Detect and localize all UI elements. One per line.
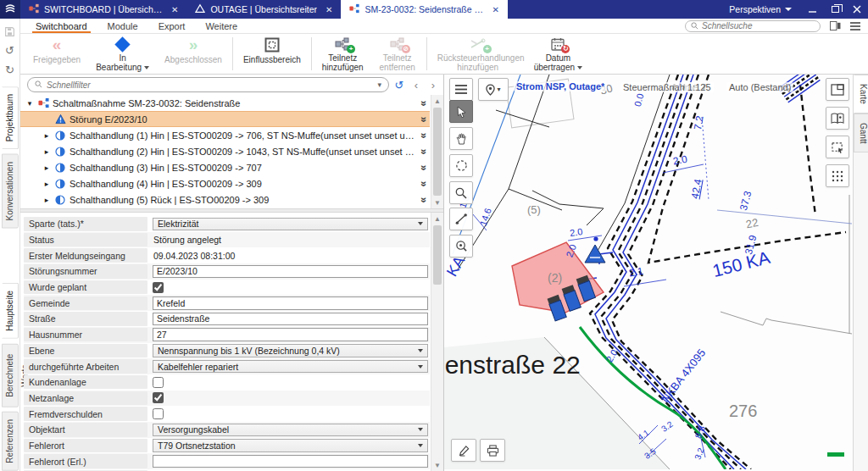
sidebar-tab-berechnete-werte[interactable]: Berechnete Werte [2, 344, 19, 407]
wurde-geplant-checkbox[interactable] [153, 282, 164, 293]
ebene-select[interactable]: Nennspannung bis 1 kV (Bezeichnung 0,4 k… [153, 344, 428, 357]
expander-icon[interactable]: ▸ [42, 131, 51, 140]
scroll-thumb[interactable] [433, 108, 442, 196]
map-view[interactable]: 30 0.0 (5) 14.6 1.0 7.2 2.0 42.4 37.3 22… [444, 75, 853, 471]
scroll-down-icon[interactable]: ▼ [431, 459, 443, 471]
perspectives-menu[interactable]: Perspektiven [719, 0, 802, 19]
close-tab-icon[interactable]: ✕ [171, 5, 178, 14]
window-tab-sm-23-0032[interactable]: SM-23-0032: Seidenstraße | Sc... ✕ [341, 0, 507, 19]
netzanlage-checkbox[interactable] [153, 392, 164, 403]
freigegeben-button[interactable]: « Freigegeben [25, 34, 88, 74]
sidebar-tab-referenzen[interactable]: Referenzen [2, 412, 19, 471]
form-scrollbar[interactable]: ▲ ▼ [431, 213, 443, 471]
reset-filter-icon[interactable]: ↺ [392, 79, 406, 91]
expander-icon[interactable]: ▸ [42, 163, 51, 172]
tree-item-schalthandlung-3[interactable]: ▸ Schalthandlung (3) Hin | ES-STO00209 -… [20, 159, 430, 175]
map-legend-button[interactable] [826, 107, 849, 130]
arbeiten-select[interactable]: Kabelfehler repariert [153, 360, 428, 374]
nav-forward-icon[interactable]: › [426, 79, 440, 91]
ruecksteuerhandlungen-button[interactable]: + Rücksteuerhandlungen hinzufügen [430, 34, 526, 74]
double-chevron-icon[interactable]: » [418, 114, 430, 125]
stoerungsnummer-input[interactable] [153, 265, 428, 279]
quick-search[interactable] [685, 20, 821, 32]
datum-uebertragen-button[interactable]: ↻ Datum übertragen [526, 34, 590, 74]
overview-map-button[interactable] [826, 78, 849, 101]
menu-module[interactable]: Module [97, 19, 148, 33]
double-chevron-icon[interactable]: » [418, 162, 430, 174]
objektart-select[interactable]: Versorgungskabel [153, 424, 428, 437]
sidebar-tab-konversationen[interactable]: Konversationen [2, 154, 19, 229]
measure-tool-button[interactable] [449, 208, 473, 230]
fehlerort-erl-input[interactable] [153, 455, 428, 468]
map-scale-label[interactable]: 1:125 [685, 82, 714, 92]
tree-item-schaltmassnahme[interactable]: ▾ Schaltmaßnahme SM-23-0032: Seidenstraß… [20, 95, 430, 111]
kundenanlage-checkbox[interactable] [153, 377, 164, 388]
expander-icon[interactable]: ▾ [25, 99, 34, 108]
restore-button[interactable] [824, 0, 846, 19]
teilnetz-hinzufuegen-button[interactable]: + Teilnetz hinzufügen [314, 34, 371, 74]
tree-item-schalthandlung-5[interactable]: ▸ Schalthandlung (5) Rück | ES-STO00209 … [20, 191, 430, 208]
tree-item-schalthandlung-4[interactable]: ▸ Schalthandlung (4) Hin | ES-STO00209 -… [20, 175, 430, 191]
select-area-tool-button[interactable] [449, 154, 473, 177]
grid-points-button[interactable] [826, 164, 849, 187]
window-tab-switchboard[interactable]: SWITCHBOARD | Übersichtsrei... ✕ [20, 0, 186, 19]
sidebar-tab-projektbaum[interactable]: Projektbaum [2, 86, 19, 149]
expander-icon[interactable]: ▸ [42, 147, 51, 156]
scroll-up-icon[interactable]: ▲ [431, 95, 443, 107]
tab-karte[interactable]: Karte [854, 75, 868, 114]
tree-item-schalthandlung-1[interactable]: ▸ Schalthandlung (1) Hin | ES-STO00209 -… [20, 127, 430, 143]
selection-frame-button[interactable] [826, 136, 849, 158]
tree-filter-input[interactable] [47, 80, 373, 90]
select-tool-button[interactable] [449, 100, 473, 123]
undo-icon[interactable]: ↺ [2, 44, 19, 57]
close-tab-icon[interactable]: ✕ [326, 5, 332, 14]
double-chevron-icon[interactable]: » [418, 146, 430, 158]
einflussbereich-button[interactable]: Einflussbereich [236, 34, 309, 74]
scroll-thumb[interactable] [433, 225, 442, 285]
hamburger-menu-icon[interactable] [848, 20, 863, 32]
expander-icon[interactable]: ▸ [42, 196, 51, 204]
strasse-input[interactable] [153, 313, 428, 326]
double-chevron-icon[interactable]: » [418, 178, 430, 190]
double-chevron-icon[interactable]: » [418, 130, 430, 141]
chevron-down-icon[interactable]: ▾ [377, 80, 381, 89]
close-button[interactable] [846, 0, 868, 19]
teilnetz-entfernen-button[interactable]: ⊘ Teilnetz entfernen [371, 34, 424, 74]
app-logo-icon[interactable] [0, 0, 20, 19]
gemeinde-input[interactable] [153, 296, 428, 310]
location-pin-dropdown[interactable]: ▾ [478, 78, 509, 101]
menu-weitere[interactable]: Weitere [195, 19, 248, 33]
expander-icon[interactable]: ▸ [42, 180, 51, 188]
zoom-position-tool-button[interactable] [449, 235, 473, 258]
display-mode-label[interactable]: Auto (Bestand) [726, 82, 793, 92]
scroll-down-icon[interactable]: ▼ [431, 197, 443, 208]
abgeschlossen-button[interactable]: » Abgeschlossen [157, 34, 230, 74]
scroll-up-icon[interactable]: ▲ [431, 213, 443, 224]
fremdverschulden-checkbox[interactable] [153, 408, 164, 419]
pan-tool-button[interactable] [449, 127, 473, 150]
sparte-select[interactable]: Elektrizität [153, 218, 428, 231]
map-menu-button[interactable] [449, 78, 473, 101]
menu-export[interactable]: Export [148, 19, 196, 33]
tree-item-stoerung[interactable]: Störung E/2023/10 » [20, 111, 430, 127]
save-icon[interactable] [2, 25, 19, 37]
tree-item-schalthandlung-2[interactable]: ▸ Schalthandlung (2) Hin | ES-STO00209 -… [20, 143, 430, 159]
tab-gantt[interactable]: Gantt [854, 114, 868, 152]
zoom-tool-button[interactable] [449, 181, 473, 204]
minimize-button[interactable] [802, 0, 824, 19]
print-button[interactable] [480, 439, 505, 462]
tree-filter[interactable]: ▾ [27, 77, 389, 92]
window-tab-outage[interactable]: OUTAGE | Übersichtsreiter ✕ [186, 0, 341, 19]
redline-edit-button[interactable] [451, 439, 476, 462]
refresh-icon[interactable]: ↻ [2, 64, 19, 76]
hausnummer-input[interactable] [153, 328, 428, 341]
menu-switchboard[interactable]: Switchboard [25, 19, 97, 33]
sidebar-tab-hauptseite[interactable]: Hauptseite [2, 283, 19, 339]
in-bearbeitung-button[interactable]: In Bearbeitung [88, 34, 157, 74]
tree-scrollbar[interactable]: ▲ ▼ [431, 95, 443, 208]
close-tab-icon[interactable]: ✕ [492, 5, 498, 14]
layer-selector-label[interactable]: Strom NSP, Outage* [514, 81, 607, 91]
nav-back-icon[interactable]: ‹ [409, 79, 423, 91]
quick-search-input[interactable] [702, 21, 815, 30]
sidebar-panel-icon[interactable] [827, 20, 843, 32]
